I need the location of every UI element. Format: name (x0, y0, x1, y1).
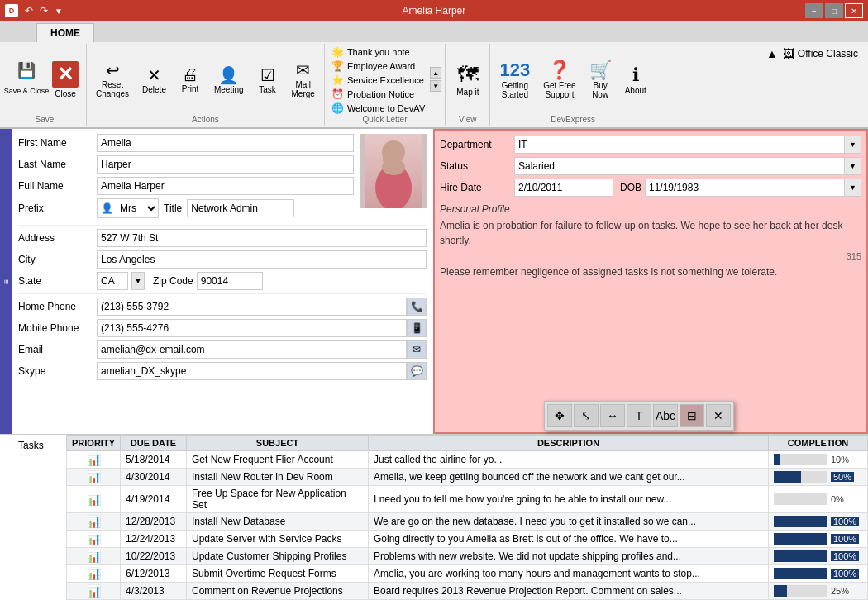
task-subject: Get New Frequent Flier Account (187, 451, 369, 469)
task-completion: 10% (769, 451, 868, 469)
buy-now-button[interactable]: 🛒 BuyNow (584, 55, 618, 103)
quick-letter-item-service-excellence[interactable]: ⭐Service Excellence (328, 74, 428, 87)
table-row[interactable]: 📊4/19/2014Free Up Space for New Applicat… (67, 486, 868, 513)
save-close-button[interactable]: Save & Close (7, 82, 46, 100)
ft-insert-btn[interactable]: Abc (653, 404, 678, 427)
state-dropdown[interactable]: ▼ (131, 272, 145, 290)
department-input[interactable] (515, 136, 844, 153)
skype-action[interactable]: 💬 (407, 362, 427, 380)
state-input[interactable] (97, 272, 128, 290)
title-input[interactable] (187, 199, 294, 217)
task-description: We are go on the new database. I need yo… (369, 513, 769, 531)
quick-letter-dropdown[interactable]: ▼ (430, 80, 441, 92)
quick-access-more[interactable]: ▼ (55, 7, 63, 16)
quick-letter-scroll-up[interactable]: ▲ (430, 67, 441, 79)
email-input[interactable] (97, 340, 407, 359)
map-it-button[interactable]: 🗺 Map it (449, 58, 486, 101)
personal-fields: First Name Last Name Full Name (18, 134, 354, 221)
ft-delete-btn[interactable]: ✕ (706, 404, 731, 427)
reset-changes-button[interactable]: ↩ResetChanges (90, 56, 135, 102)
table-row[interactable]: 📊6/12/2013Submit Overtime Request FormsA… (67, 565, 868, 583)
status-dropdown[interactable]: ▼ (844, 158, 861, 174)
close-ribbon-button[interactable]: ✕ Close (48, 57, 83, 102)
getting-started-button[interactable]: 123 GettingStarted (494, 55, 536, 103)
task-description: Amelia, you are working too many hours a… (369, 565, 769, 583)
tasks-section: Tasks PRIORITY DUE DATE SUBJECT DESCRIPT… (0, 434, 868, 600)
save-button[interactable]: 💾 (7, 60, 46, 81)
table-row[interactable]: 📊10/22/2013Update Customer Shipping Prof… (67, 548, 868, 565)
table-row[interactable]: 📊5/18/2014Get New Frequent Flier Account… (67, 451, 868, 469)
ft-resize-btn[interactable]: ⤡ (574, 404, 599, 427)
task-due-date: 4/3/2013 (121, 583, 187, 600)
task-priority: 📊 (67, 531, 121, 548)
skype-label: Skype (18, 365, 97, 377)
meeting-button[interactable]: 👤Meeting (208, 61, 250, 98)
email-row: Email ✉ (18, 340, 427, 359)
char-count-badge: 315 (440, 251, 861, 261)
table-row[interactable]: 📊12/24/2013Update Server with Service Pa… (67, 531, 868, 548)
table-row[interactable]: 📊4/3/2013Comment on Revenue ProjectionsB… (67, 583, 868, 600)
tab-home[interactable]: HOME (36, 23, 94, 42)
about-button[interactable]: ℹ About (619, 60, 652, 99)
personal-profile-title: Personal Profile (440, 203, 861, 215)
task-completion: 0% (769, 486, 868, 513)
ft-text-btn[interactable]: T (627, 404, 651, 427)
ribbon-group-actions: ↩ResetChanges ✕Delete 🖨Print 👤Meeting ☑T… (87, 44, 325, 126)
status-input[interactable] (515, 158, 844, 174)
dob-input[interactable] (646, 179, 844, 196)
quick-letter-item-probation[interactable]: ⏰Probation Notice (328, 88, 428, 101)
quick-access-redo[interactable]: ↷ (40, 5, 48, 17)
col-due-date: DUE DATE (121, 436, 187, 451)
zip-code-input[interactable] (197, 272, 263, 290)
col-priority: PRIORITY (67, 436, 121, 451)
collapse-ribbon-button[interactable]: ▲ (766, 47, 778, 60)
full-name-input[interactable] (97, 177, 354, 195)
quick-letter-item-thankyou[interactable]: 🌟Thank you note (328, 45, 428, 59)
state-zip-row: State ▼ Zip Code (18, 272, 427, 290)
address-input[interactable] (97, 229, 427, 247)
task-completion: 100% (769, 548, 868, 565)
mobile-phone-action[interactable]: 📱 (407, 319, 427, 337)
close-button[interactable]: ✕ (845, 3, 863, 18)
quick-letter-item-employee-award[interactable]: 🏆Employee Award (328, 60, 428, 73)
prefix-select[interactable]: MrsMrMsDr (117, 199, 158, 217)
city-input[interactable] (97, 250, 427, 269)
minimize-button[interactable]: − (805, 3, 823, 18)
mail-merge-button[interactable]: ✉MailMerge (286, 56, 321, 102)
department-label: Department (440, 139, 514, 150)
ribbon-group-devexpress: 123 GettingStarted ❓ Get FreeSupport 🛒 B… (490, 44, 656, 126)
quick-access-undo[interactable]: ↶ (25, 5, 33, 17)
ribbon-group-save: 💾 Save & Close ✕ Close Save (3, 44, 87, 126)
task-button[interactable]: ☑Task (251, 61, 284, 98)
skype-input[interactable] (97, 362, 407, 380)
print-button[interactable]: 🖨Print (174, 61, 207, 98)
ft-move-btn[interactable]: ✥ (547, 404, 572, 427)
prefix-row: Prefix 👤 MrsMrMsDr Title (18, 198, 354, 218)
first-name-input[interactable] (97, 134, 354, 152)
task-due-date: 12/28/2013 (121, 513, 187, 531)
email-label: Email (18, 344, 97, 355)
department-dropdown[interactable]: ▼ (844, 136, 861, 153)
last-name-input[interactable] (97, 155, 354, 174)
get-free-support-button[interactable]: ❓ Get FreeSupport (537, 55, 581, 103)
last-name-row: Last Name (18, 155, 354, 174)
delete-button[interactable]: ✕Delete (136, 61, 172, 98)
maximize-button[interactable]: □ (825, 3, 843, 18)
task-completion: 100% (769, 565, 868, 583)
dob-picker[interactable]: ▼ (844, 179, 861, 196)
table-row[interactable]: 📊12/28/2013Install New DatabaseWe are go… (67, 513, 868, 531)
task-description: I need you to tell me how you're going t… (369, 486, 769, 513)
email-action[interactable]: ✉ (407, 340, 427, 359)
app-logo[interactable]: D (5, 4, 18, 17)
mobile-phone-input[interactable] (97, 319, 407, 337)
table-row[interactable]: 📊4/30/2014Install New Router in Dev Room… (67, 469, 868, 486)
ft-adjust-btn[interactable]: ↔ (600, 404, 625, 427)
ft-format-btn[interactable]: ⊟ (680, 404, 704, 427)
home-phone-input[interactable] (97, 298, 407, 316)
task-priority: 📊 (67, 451, 121, 469)
quick-letter-item-welcome[interactable]: 🌐Welcome to DevAV (328, 102, 428, 115)
home-phone-action[interactable]: 📞 (407, 298, 427, 316)
department-row: Department ▼ (440, 136, 861, 154)
left-nav-strip: ≡ (0, 129, 12, 434)
task-priority: 📊 (67, 583, 121, 600)
